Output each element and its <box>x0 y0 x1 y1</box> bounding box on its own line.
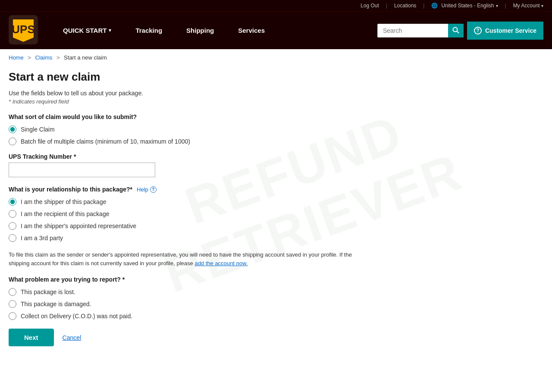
form-actions: Next Cancel <box>9 329 380 346</box>
header-main-bar: UPS QUICK START ▾ Tracking Shipping Serv… <box>0 12 552 49</box>
account-link[interactable]: My Account ▾ <box>513 3 543 9</box>
relationship-third-party-radio[interactable] <box>9 234 16 242</box>
logout-link[interactable]: Log Out <box>361 3 379 9</box>
problem-damaged[interactable]: This package is damaged. <box>9 300 380 308</box>
nav-services[interactable]: Services <box>226 16 277 46</box>
problem-cod-radio[interactable] <box>9 312 16 320</box>
chevron-down-icon: ▾ <box>541 3 543 8</box>
main-nav: QUICK START ▾ Tracking Shipping Services <box>51 16 377 46</box>
breadcrumb: Home > Claims > Start a new claim <box>0 49 552 66</box>
page-description: Use the fields below to tell us about yo… <box>9 90 380 97</box>
locations-link[interactable]: Locations <box>394 3 416 9</box>
required-note: * Indicates required field <box>9 98 380 105</box>
problem-lost-radio[interactable] <box>9 288 16 296</box>
relationship-shipper-radio[interactable] <box>9 198 16 206</box>
problem-damaged-radio[interactable] <box>9 300 16 308</box>
page-title: Start a new claim <box>9 70 380 84</box>
chevron-down-icon: ▾ <box>496 3 498 8</box>
language-selector[interactable]: 🌐 United States - English ▾ <box>431 3 498 9</box>
ups-logo-wrap[interactable]: UPS <box>9 12 38 49</box>
customer-service-button[interactable]: ? Customer Service <box>467 22 543 40</box>
info-text: To file this claim as the sender or send… <box>9 251 362 267</box>
svg-text:UPS: UPS <box>12 23 34 36</box>
relationship-header: What is your relationship to this packag… <box>9 186 380 193</box>
relationship-recipient-radio[interactable] <box>9 210 16 218</box>
relationship-label: What is your relationship to this packag… <box>9 186 132 193</box>
breadcrumb-current: Start a new claim <box>64 54 107 61</box>
tracking-number-label: UPS Tracking Number * <box>9 153 380 160</box>
problem-cod[interactable]: Collect on Delivery (C.O.D.) was not pai… <box>9 312 380 320</box>
question-icon: ? <box>150 186 157 193</box>
tracking-number-field: UPS Tracking Number * <box>9 153 380 177</box>
svg-point-3 <box>453 27 457 31</box>
search-button[interactable] <box>448 24 464 38</box>
relationship-shipper[interactable]: I am the shipper of this package <box>9 198 380 206</box>
problem-field: What problem are you trying to report? *… <box>9 276 380 320</box>
breadcrumb-claims[interactable]: Claims <box>35 54 53 61</box>
header: Log Out | Locations | 🌐 United States - … <box>0 0 552 49</box>
cancel-button[interactable]: Cancel <box>63 334 82 341</box>
problem-label: What problem are you trying to report? * <box>9 276 380 283</box>
nav-shipping[interactable]: Shipping <box>174 16 226 46</box>
help-icon: ? <box>474 27 482 34</box>
claim-type-single[interactable]: Single Claim <box>9 125 380 133</box>
claim-type-label: What sort of claim would you like to sub… <box>9 113 380 120</box>
claim-type-single-radio[interactable] <box>9 125 16 133</box>
help-link[interactable]: Help ? <box>137 186 157 193</box>
claim-type-batch[interactable]: Batch file of multiple claims (minimum o… <box>9 138 380 145</box>
ups-logo: UPS <box>9 15 38 44</box>
claim-type-batch-radio[interactable] <box>9 138 16 145</box>
relationship-group: I am the shipper of this package I am th… <box>9 198 380 242</box>
problem-lost[interactable]: This package is lost. <box>9 288 380 296</box>
add-account-link[interactable]: add the account now. <box>194 260 248 267</box>
relationship-field: What is your relationship to this packag… <box>9 186 380 242</box>
chevron-down-icon: ▾ <box>109 28 111 33</box>
relationship-representative[interactable]: I am the shipper's appointed representat… <box>9 222 380 230</box>
search-area: ? Customer Service <box>377 22 543 40</box>
problem-group: This package is lost. This package is da… <box>9 288 380 320</box>
nav-quick-start[interactable]: QUICK START ▾ <box>51 16 123 46</box>
breadcrumb-home[interactable]: Home <box>9 54 24 61</box>
header-top-bar: Log Out | Locations | 🌐 United States - … <box>0 0 552 12</box>
claim-type-group: Single Claim Batch file of multiple clai… <box>9 125 380 145</box>
relationship-recipient[interactable]: I am the recipient of this package <box>9 210 380 218</box>
search-input-wrap <box>377 24 464 38</box>
relationship-representative-radio[interactable] <box>9 222 16 230</box>
tracking-number-input[interactable] <box>9 163 155 177</box>
relationship-third-party[interactable]: I am a 3rd party <box>9 234 380 242</box>
globe-icon: 🌐 <box>431 3 438 9</box>
svg-line-4 <box>457 31 459 33</box>
search-icon <box>452 27 459 34</box>
next-button[interactable]: Next <box>9 329 54 346</box>
nav-tracking[interactable]: Tracking <box>123 16 174 46</box>
main-content: Start a new claim Use the fields below t… <box>0 66 388 364</box>
